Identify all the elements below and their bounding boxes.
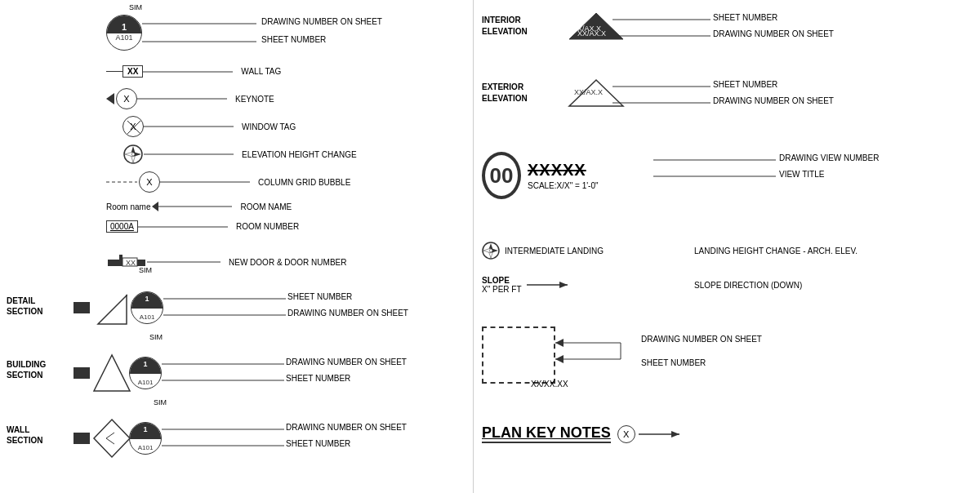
dashed-box-labels: DRAWING NUMBER ON SHEET SHEET NUMBER	[641, 335, 762, 367]
view-title-group: XXXXX SCALE:X/X" = 1'-0"	[528, 161, 599, 190]
landing-compass	[482, 242, 500, 260]
right-panel: INTERIOR ELEVATION XX/AX.X SHEET NUMBER …	[474, 0, 980, 493]
room-name-row: Room name ROOM NAME	[106, 201, 292, 212]
svg-marker-48	[559, 282, 568, 288]
svg-marker-55	[671, 431, 679, 437]
view-row: 00 XXXXX SCALE:X/X" = 1'-0" DRAWING VIEW…	[482, 152, 599, 199]
svg-marker-23	[98, 295, 127, 324]
detail-section-title: DETAIL SECTION	[7, 296, 42, 316]
sheet-num-label: SHEET NUMBER	[261, 35, 326, 44]
door-line	[147, 256, 229, 268]
column-grid-symbol: X	[139, 171, 160, 193]
view-scale: SCALE:X/X" = 1'-0"	[528, 181, 599, 190]
wall-tag-line2	[143, 66, 241, 78]
wall-tag-row: XX WALL TAG	[106, 65, 281, 78]
sim-label: SIM	[129, 3, 142, 11]
svg-marker-30	[94, 420, 130, 457]
slope-inner: SLOPE X" PER FT SLOPE DIRECTION (DOWN)	[482, 276, 576, 294]
detail-sheet-num: SHEET NUMBER	[287, 292, 352, 301]
room-number-line	[138, 221, 236, 233]
circle-top-num: 1	[122, 22, 127, 32]
drawing-view-label: DRAWING VIEW NUMBER	[779, 153, 879, 162]
column-grid-dashes	[106, 176, 139, 188]
keynote-line	[137, 93, 235, 104]
room-name-arrow	[152, 202, 158, 211]
column-grid-row: X COLUMN GRID BUBBLE	[106, 171, 350, 193]
wall-section-group: WALL SECTION	[7, 424, 42, 446]
room-name-line	[158, 201, 240, 212]
dashed-drawing-label: DRAWING NUMBER ON SHEET	[641, 335, 762, 344]
building-section-symbol	[90, 351, 134, 395]
wall-sheet-num: SHEET NUMBER	[286, 439, 350, 448]
room-number-symbol: 0000A	[106, 220, 138, 233]
exterior-sym-text: XX/AX.X	[574, 88, 603, 96]
interior-elevation-title: INTERIOR ELEVATION	[482, 15, 528, 38]
building-section-circle: 1 A101	[129, 357, 162, 389]
svg-marker-52	[555, 339, 564, 347]
building-sim: SIM	[149, 333, 163, 341]
wall-section-symbol	[90, 416, 134, 460]
wall-tag-symbol: XX	[122, 65, 143, 78]
svg-marker-53	[555, 355, 564, 363]
detail-section-circle: 1 A101	[131, 291, 163, 324]
building-black-rect	[74, 367, 90, 379]
svg-text:XX: XX	[126, 259, 136, 267]
detail-section-symbol	[90, 287, 131, 328]
wall-tag-line	[106, 71, 122, 72]
dashed-sym-text: XX/XX.XX	[531, 380, 568, 389]
intermediate-landing-label: INTERMEDIATE LANDING	[505, 246, 604, 255]
window-tag-line	[144, 121, 242, 132]
window-tag-label: WINDOW TAG	[242, 122, 296, 131]
elevation-height-label: ELEVATION HEIGHT CHANGE	[242, 150, 357, 159]
column-grid-line	[160, 176, 258, 188]
svg-rect-18	[119, 255, 122, 266]
view-title-sym: XXXXX	[528, 161, 599, 180]
slope-direction-label: SLOPE DIRECTION (DOWN)	[694, 281, 802, 290]
building-drawing-num: DRAWING NUMBER ON SHEET	[286, 358, 407, 366]
elevation-height-symbol	[122, 144, 144, 165]
door-label: NEW DOOR & DOOR NUMBER	[229, 258, 346, 267]
interior-drawing-label: DRAWING NUMBER ON SHEET	[713, 29, 834, 38]
detail-drawing-num: DRAWING NUMBER ON SHEET	[287, 309, 408, 318]
window-tag-row: X WINDOW TAG	[122, 116, 296, 137]
svg-rect-17	[108, 260, 119, 266]
slope-label2: X" PER FT	[482, 285, 522, 294]
room-name-label: ROOM NAME	[240, 202, 292, 211]
plan-key-notes-circle: X	[617, 425, 635, 443]
exterior-elevation-row: SHEET NUMBER DRAWING NUMBER ON SHEET XX/…	[568, 78, 625, 109]
dashed-box-symbol	[482, 326, 555, 384]
elevation-height-row: ELEVATION HEIGHT CHANGE	[122, 144, 357, 165]
keynote-row: X KEYNOTE	[106, 88, 274, 109]
detail-section-black-rect	[74, 302, 90, 313]
wall-sim: SIM	[154, 398, 167, 406]
exterior-sheet-label: SHEET NUMBER	[713, 80, 777, 89]
building-section-title: BUILDING SECTION	[7, 360, 46, 380]
wall-drawing-num: DRAWING NUMBER ON SHEET	[286, 423, 407, 432]
view-title-label: VIEW TITLE	[779, 170, 824, 179]
wall-section-title: WALL SECTION	[7, 425, 42, 445]
dashed-box-inner: DRAWING NUMBER ON SHEET SHEET NUMBER XX/…	[482, 326, 670, 384]
plan-key-notes-title: PLAN KEY NOTES	[482, 424, 611, 443]
drawing-ref-symbol: 1 A101	[106, 15, 142, 51]
plan-key-notes-row: PLAN KEY NOTES X	[482, 424, 688, 443]
room-name-value: Room name	[106, 202, 150, 211]
slope-sym: SLOPE X" PER FT	[482, 276, 522, 294]
plan-key-notes-arrow	[639, 426, 688, 442]
dashed-sheet-label: SHEET NUMBER	[641, 358, 762, 367]
building-section-row: 1 A101 SIM DRAWING NUMBER ON SHEET SHEET…	[74, 351, 325, 395]
slope-row: SLOPE X" PER FT SLOPE DIRECTION (DOWN)	[482, 276, 576, 294]
slope-arrow	[527, 277, 576, 293]
interior-sym-text: XX/AX.X	[572, 24, 601, 33]
dashed-box-row: DRAWING NUMBER ON SHEET SHEET NUMBER XX/…	[482, 326, 670, 384]
circle-bot-num: A101	[115, 33, 132, 42]
room-number-label: ROOM NUMBER	[236, 222, 299, 231]
slope-label1: SLOPE	[482, 276, 510, 285]
exterior-drawing-label: DRAWING NUMBER ON SHEET	[713, 96, 834, 105]
column-grid-label: COLUMN GRID BUBBLE	[258, 178, 350, 187]
interior-sheet-label: SHEET NUMBER	[713, 13, 777, 22]
room-number-row: 0000A ROOM NUMBER	[106, 220, 299, 233]
intermediate-landing-row: INTERMEDIATE LANDING LANDING HEIGHT CHAN…	[482, 242, 604, 260]
detail-section-row: 1 A101 SIM SHEET NUMBER DRAWING NUMBER O…	[74, 287, 327, 328]
svg-marker-27	[94, 355, 130, 391]
view-oval: 00	[482, 152, 521, 199]
